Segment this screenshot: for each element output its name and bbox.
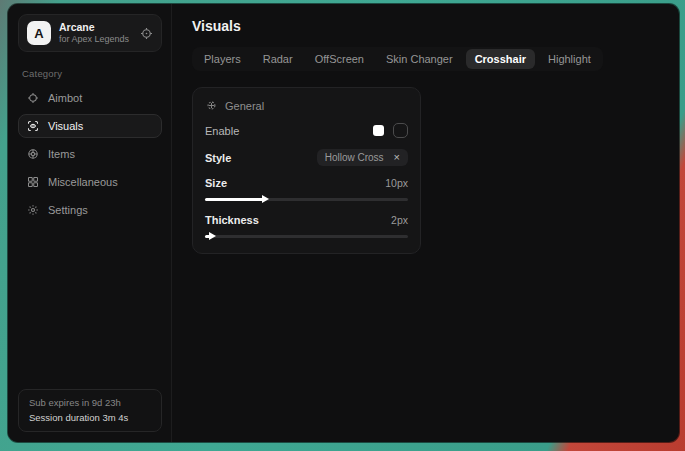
sidebar-item-label: Miscellaneous <box>48 176 118 188</box>
sidebar-item-label: Items <box>48 148 75 160</box>
gear-icon <box>27 204 39 216</box>
sub-expires-text: Sub expires in 9d 23h <box>29 397 151 408</box>
style-label: Style <box>205 152 231 164</box>
sidebar-item-aimbot[interactable]: Aimbot <box>18 86 162 110</box>
slider-track <box>205 235 408 238</box>
size-label: Size <box>205 177 227 189</box>
lifebuoy-icon <box>27 148 39 160</box>
subscription-info: Sub expires in 9d 23h Session duration 3… <box>18 389 162 432</box>
sidebar-item-items[interactable]: Items <box>18 142 162 166</box>
category-label: Category <box>22 68 158 79</box>
crosshair-icon <box>27 92 39 104</box>
brand-subtitle: for Apex Legends <box>59 34 129 45</box>
slider-fill <box>205 198 264 201</box>
thickness-setting: Thickness 2px <box>205 214 408 240</box>
enable-row: Enable <box>205 123 408 138</box>
sidebar-item-miscellaneous[interactable]: Miscellaneous <box>18 170 162 194</box>
style-value: Hollow Cross <box>325 152 384 163</box>
sidebar-item-label: Settings <box>48 204 88 216</box>
session-duration-text: Session duration 3m 4s <box>29 412 151 423</box>
panel-header: General <box>205 99 408 112</box>
brand-card: A Arcane for Apex Legends <box>18 14 162 52</box>
tab-players[interactable]: Players <box>195 49 250 69</box>
panel-title: General <box>225 100 264 112</box>
tab-crosshair[interactable]: Crosshair <box>466 49 535 69</box>
size-row: Size 10px <box>205 177 408 189</box>
brand-name: Arcane <box>59 21 129 34</box>
enable-checkbox[interactable] <box>393 123 408 138</box>
size-value: 10px <box>385 177 408 189</box>
brand-text: Arcane for Apex Legends <box>59 21 129 45</box>
page-title: Visuals <box>192 18 659 34</box>
sidebar-item-label: Aimbot <box>48 92 82 104</box>
tab-offscreen[interactable]: OffScreen <box>306 49 373 69</box>
grid-icon <box>27 176 39 188</box>
sidebar-item-label: Visuals <box>48 120 83 132</box>
enable-controls <box>373 123 408 138</box>
eye-scan-icon <box>27 120 39 132</box>
thickness-value: 2px <box>391 214 408 226</box>
thickness-label: Thickness <box>205 214 259 226</box>
sidebar-item-visuals[interactable]: Visuals <box>18 114 162 138</box>
sidebar: A Arcane for Apex Legends Category <box>8 4 172 442</box>
sidebar-nav: Aimbot Visuals <box>18 86 162 222</box>
crosshair-scan-icon <box>205 99 218 112</box>
app-logo: A <box>27 21 51 45</box>
style-row: Style Hollow Cross × <box>205 149 408 166</box>
size-setting: Size 10px <box>205 177 408 203</box>
thickness-row: Thickness 2px <box>205 214 408 226</box>
tab-skin-changer[interactable]: Skin Changer <box>377 49 462 69</box>
thickness-slider[interactable] <box>205 232 408 240</box>
enable-label: Enable <box>205 125 239 137</box>
style-dropdown[interactable]: Hollow Cross × <box>317 149 408 166</box>
target-icon[interactable] <box>140 27 153 40</box>
size-slider[interactable] <box>205 195 408 203</box>
tab-radar[interactable]: Radar <box>254 49 302 69</box>
main-content: Visuals Players Radar OffScreen Skin Cha… <box>172 4 679 442</box>
sidebar-item-settings[interactable]: Settings <box>18 198 162 222</box>
clear-icon[interactable]: × <box>394 152 400 163</box>
slider-thumb[interactable] <box>262 195 269 203</box>
app-window: A Arcane for Apex Legends Category <box>8 4 679 442</box>
general-panel: General Enable Style Hollow Cross × Size <box>192 87 421 254</box>
slider-thumb[interactable] <box>209 232 216 240</box>
tab-highlight[interactable]: Highlight <box>539 49 600 69</box>
color-swatch[interactable] <box>373 125 384 136</box>
tab-bar: Players Radar OffScreen Skin Changer Cro… <box>192 47 603 71</box>
